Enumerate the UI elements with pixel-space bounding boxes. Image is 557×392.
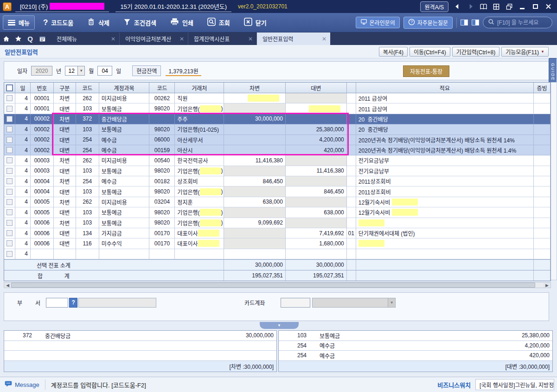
row-checkbox[interactable] — [6, 199, 13, 205]
cell-code2[interactable]: 00540 — [149, 155, 175, 166]
cell-chk[interactable] — [4, 186, 15, 197]
row-checkbox[interactable] — [6, 220, 13, 226]
row-checkbox[interactable] — [6, 240, 13, 246]
cell-code[interactable]: 103 — [76, 166, 99, 176]
close-window-button[interactable] — [544, 3, 552, 10]
journal-row[interactable]: 400002대변254예수금00159아산시420,0002020년귀속 정기배… — [4, 145, 551, 155]
cell-gubun[interactable]: 차변 — [54, 197, 76, 207]
cell-code[interactable]: 116 — [76, 238, 99, 249]
cell-client[interactable] — [175, 249, 224, 259]
cell-day[interactable]: 4 — [15, 218, 31, 228]
cell-day[interactable]: 4 — [15, 114, 31, 124]
cell-day[interactable]: 4 — [15, 238, 31, 249]
cell-no[interactable]: 00002 — [31, 114, 54, 124]
cell-chk[interactable] — [4, 166, 15, 176]
cell-chk[interactable] — [4, 145, 15, 155]
cell-desc[interactable]: 전기요금납부 — [356, 155, 534, 166]
tab-close-icon[interactable]: ✕ — [179, 36, 184, 42]
cell-client[interactable]: 아산세무서 — [175, 135, 224, 145]
journal-row[interactable]: 400003차변262미지급비용00540한국전력공사11,416,380전기요… — [4, 155, 551, 166]
cell-client[interactable]: 한국전력공사 — [175, 155, 224, 166]
cell-no[interactable]: 00004 — [31, 186, 54, 197]
journal-row[interactable]: 400006대변134가지급금00170대표이사 7,419,69201단기채권… — [4, 228, 551, 238]
cell-client[interactable]: 기업은행() — [175, 218, 224, 228]
cell-day[interactable]: 4 — [15, 124, 31, 135]
cell-no[interactable]: 00006 — [31, 238, 54, 249]
tab-journal-entry[interactable]: 일반전표입력 ✕ — [257, 32, 330, 45]
journal-row[interactable]: 400005차변262미지급비용03204정지훈638,00012월기숙사비 — [4, 197, 551, 207]
cell-desc[interactable]: 2011 급상여 — [356, 103, 534, 114]
cell-gubun[interactable]: 차변 — [54, 218, 76, 228]
cell-proof[interactable] — [534, 176, 551, 186]
detail-row[interactable] — [4, 351, 276, 361]
cell-credit[interactable]: 420,000 — [286, 145, 347, 155]
cell-code2[interactable]: 00182 — [149, 176, 175, 186]
horizontal-scrollbar[interactable]: ◀ ▶ — [4, 282, 551, 288]
cell-dcode[interactable] — [347, 124, 356, 135]
cell-no[interactable] — [31, 249, 54, 259]
cell-acct[interactable]: 예수금 — [99, 176, 150, 186]
cell-proof[interactable] — [534, 186, 551, 197]
code-help-button[interactable]: ? 코드도움 — [43, 18, 73, 27]
cell-desc[interactable]: 20 중간배당 — [356, 114, 534, 124]
print-button[interactable]: 인쇄 — [170, 18, 193, 27]
cell-proof[interactable] — [534, 103, 551, 114]
month-input[interactable] — [65, 66, 77, 75]
cell-code[interactable]: 372 — [76, 114, 99, 124]
cell-code2[interactable]: 00170 — [149, 228, 175, 238]
move-button[interactable]: 이동(Ctrl+F4) — [410, 47, 450, 57]
select-all-checkbox[interactable] — [6, 84, 13, 91]
cell-desc[interactable] — [356, 238, 534, 249]
cell-day[interactable]: 4 — [15, 249, 31, 259]
cell-code[interactable]: 254 — [76, 145, 99, 155]
cell-proof[interactable] — [534, 114, 551, 124]
cell-client[interactable]: 대표이사 — [175, 228, 224, 238]
cell-no[interactable]: 00005 — [31, 197, 54, 207]
cell-proof[interactable] — [534, 249, 551, 259]
cell-chk[interactable] — [4, 103, 15, 114]
row-checkbox[interactable] — [6, 168, 13, 174]
cell-dcode[interactable] — [347, 238, 356, 249]
cell-debit[interactable] — [224, 124, 286, 135]
dept-help-button[interactable]: ? — [69, 298, 77, 308]
cell-day[interactable]: 4 — [15, 197, 31, 207]
detail-row[interactable]: 372중간배당금30,000,000 — [4, 331, 276, 341]
cell-day[interactable]: 4 — [15, 93, 31, 103]
row-checkbox[interactable] — [6, 251, 13, 257]
cell-credit[interactable]: 25,380,000 — [286, 124, 347, 135]
journal-row[interactable]: 400002대변103보통예금98020기업은행(01-025)25,380,0… — [4, 124, 551, 135]
cell-no[interactable]: 00001 — [31, 103, 54, 114]
cell-debit[interactable] — [224, 135, 286, 145]
journal-row[interactable]: 400002차변372중간배당금주주30,000,00020 중간배당 — [4, 114, 551, 124]
cell-no[interactable]: 00001 — [31, 93, 54, 103]
cell-code2[interactable]: 06000 — [149, 135, 175, 145]
cell-code[interactable]: 262 — [76, 155, 99, 166]
cell-debit[interactable] — [224, 93, 286, 103]
cell-dcode[interactable] — [347, 93, 356, 103]
cell-no[interactable]: 00003 — [31, 166, 54, 176]
row-checkbox[interactable] — [6, 137, 13, 143]
forward-arrow-icon[interactable] — [466, 3, 474, 10]
cell-debit[interactable] — [224, 238, 286, 249]
cell-desc[interactable]: 단기채권에서대체 (법인) — [356, 228, 534, 238]
year-input[interactable] — [31, 66, 52, 76]
cell-gubun[interactable]: 차변 — [54, 114, 76, 124]
cell-code[interactable] — [76, 249, 99, 259]
cell-credit[interactable]: 846,450 — [286, 186, 347, 197]
tab-all-menu[interactable]: 전체메뉴 ✕ — [51, 32, 120, 45]
cell-gubun[interactable]: 대변 — [54, 166, 76, 176]
cell-dcode[interactable] — [347, 186, 356, 197]
cell-credit[interactable] — [286, 103, 347, 114]
panel-layout-icon-1[interactable] — [461, 19, 468, 26]
cell-no[interactable]: 00006 — [31, 228, 54, 238]
cell-desc[interactable]: 2011상조회비 — [356, 176, 534, 186]
cell-dcode[interactable] — [347, 218, 356, 228]
cell-debit[interactable]: 846,450 — [224, 176, 286, 186]
cell-chk[interactable] — [4, 197, 15, 207]
cell-proof[interactable] — [534, 93, 551, 103]
cell-day[interactable]: 4 — [15, 207, 31, 218]
back-arrow-icon[interactable] — [453, 3, 461, 10]
cell-gubun[interactable]: 대변 — [54, 135, 76, 145]
cascade-windows-icon[interactable] — [505, 3, 513, 10]
row-checkbox[interactable] — [6, 126, 13, 132]
